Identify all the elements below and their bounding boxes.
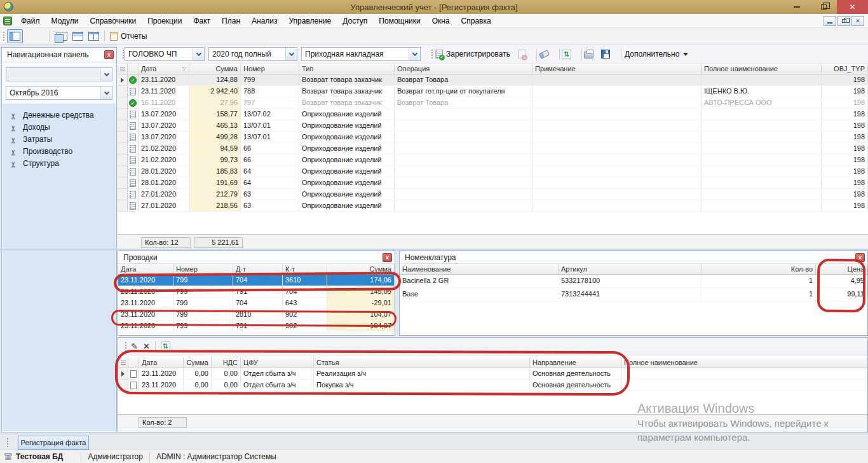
column-header[interactable]: Номер <box>241 64 299 74</box>
refresh-button[interactable] <box>159 340 172 354</box>
menu-item[interactable]: Модули <box>46 14 85 28</box>
chevron-down-icon[interactable] <box>193 48 204 60</box>
refresh-button[interactable] <box>562 47 571 61</box>
minimize-button[interactable] <box>783 0 810 14</box>
column-header[interactable]: Цена <box>816 264 867 274</box>
column-header[interactable]: Операция <box>395 64 532 74</box>
nav-period-combobox[interactable]: Октябрь 2016 <box>6 86 112 100</box>
column-header[interactable]: Полное наименование <box>621 357 867 368</box>
toolbar-grip[interactable] <box>6 437 8 448</box>
table-row[interactable]: 13.07.2020158,7713/07.02Оприходование из… <box>118 109 868 120</box>
column-header[interactable]: Дата <box>139 64 189 74</box>
table-row[interactable]: 28.01.2020191,6964Оприходование изделий1… <box>118 177 868 189</box>
table-row[interactable]: 23.11.2020799704643-29,01 <box>118 298 395 309</box>
nav-tree-item[interactable]: Денежные средства <box>3 109 116 121</box>
edit-button[interactable] <box>129 340 140 354</box>
save-button[interactable] <box>601 47 610 61</box>
menu-item[interactable]: Файл <box>15 14 46 28</box>
menu-item[interactable]: Доступ <box>337 14 373 28</box>
tile-horizontal-button[interactable] <box>71 29 85 43</box>
toolbar-grip[interactable] <box>121 48 124 60</box>
column-header[interactable]: Номер <box>173 264 233 274</box>
nav-tree-item[interactable]: Структура <box>3 157 116 169</box>
menu-item[interactable]: Справочники <box>85 14 142 28</box>
column-header[interactable]: Наименование <box>400 264 559 274</box>
table-row[interactable]: 23.11.20200,000,00Отдел сбыта з/чПокупка… <box>118 380 867 391</box>
table-row[interactable]: 21.02.202094,5966Оприходование изделий19… <box>118 143 868 155</box>
table-row[interactable]: Bacinella 2 GR533217810014,95 <box>400 275 867 288</box>
print-button[interactable] <box>584 47 593 61</box>
mdi-restore-button[interactable] <box>837 16 850 26</box>
reports-button[interactable]: Отчеты <box>108 29 149 43</box>
column-header[interactable]: Сумма <box>189 64 241 74</box>
delete-button[interactable] <box>141 340 152 354</box>
table-row[interactable]: 27.01.2020212,7963Оприходование изделий1… <box>118 189 868 200</box>
menu-item[interactable]: Помощники <box>373 14 426 28</box>
select-all-icon[interactable] <box>118 64 128 74</box>
column-header[interactable]: Д-т <box>233 264 283 274</box>
close-panel-button[interactable] <box>855 253 865 262</box>
table-row[interactable]: 23.11.20200,000,00Отдел сбыта з/чРеализа… <box>118 368 867 380</box>
document-icon[interactable] <box>3 17 12 25</box>
tile-vertical-button[interactable] <box>86 29 101 43</box>
tab-fact-registration[interactable]: Регистрация факта <box>18 436 89 450</box>
chevron-down-icon[interactable] <box>285 48 297 60</box>
menu-item[interactable]: Анализ <box>246 14 283 28</box>
column-header[interactable]: Артикул <box>559 264 702 274</box>
period-combobox[interactable]: 2020 год полный <box>208 47 297 61</box>
nav-top-combobox[interactable] <box>6 67 112 81</box>
doctype-combobox[interactable]: Приходная накладная <box>301 47 421 61</box>
table-row[interactable]: 13.07.2020499,2813/07.01Оприходование из… <box>118 132 868 143</box>
mdi-close-button[interactable] <box>851 16 864 26</box>
menu-item[interactable]: Управление <box>283 14 337 28</box>
table-row[interactable]: 21.02.202099,7366Оприходование изделий19… <box>118 155 868 166</box>
menu-item[interactable]: Окна <box>426 14 456 28</box>
column-header[interactable]: НДС <box>212 357 241 368</box>
organization-combobox[interactable]: ГОЛОВКО ЧП <box>125 47 205 61</box>
toolbar-grip[interactable] <box>2 31 4 42</box>
clear-button[interactable] <box>539 47 549 61</box>
close-panel-button[interactable] <box>383 253 392 262</box>
column-header[interactable]: OBJ_TYP <box>822 64 868 74</box>
column-header[interactable]: Сумма <box>327 264 395 274</box>
more-button[interactable]: Дополнительно <box>625 47 688 61</box>
table-row[interactable]: 13.07.2020465,1313/07.01Оприходование из… <box>118 120 868 132</box>
close-panel-button[interactable] <box>104 50 114 59</box>
menu-item[interactable]: Факт <box>187 14 216 28</box>
select-all-icon[interactable] <box>118 357 128 368</box>
menu-item[interactable]: Проекции <box>142 14 187 28</box>
mdi-minimize-button[interactable] <box>824 16 836 26</box>
menu-item[interactable]: План <box>216 14 246 28</box>
chevron-down-icon[interactable] <box>100 86 112 99</box>
chevron-down-icon[interactable] <box>409 48 420 60</box>
column-header[interactable]: Направление <box>530 357 621 368</box>
restore-button[interactable] <box>810 0 837 14</box>
table-row[interactable]: 23.11.2020799791704145,05 <box>118 286 395 298</box>
table-row[interactable]: 23.11.20202 942,40788Возврат товара зака… <box>118 86 868 97</box>
nav-tree-item[interactable]: Затраты <box>3 133 116 145</box>
column-header[interactable]: Дата <box>139 357 184 368</box>
toolbar-grip[interactable] <box>124 341 126 352</box>
table-row[interactable]: 27.01.2020218,5663Оприходование изделий1… <box>118 200 868 212</box>
menu-item[interactable]: Справка <box>456 14 497 28</box>
table-row[interactable]: 28.01.2020185,8364Оприходование изделий1… <box>118 166 868 177</box>
column-header[interactable]: Статья <box>314 357 530 368</box>
toolbar-grip[interactable] <box>430 48 433 60</box>
chevron-down-icon[interactable] <box>100 68 112 81</box>
toggle-nav-panel-button[interactable] <box>7 29 23 43</box>
table-row[interactable]: 23.11.20207992810902104,07 <box>118 309 395 321</box>
column-header[interactable]: Полное наименование <box>702 64 822 74</box>
nav-tree-item[interactable]: Доходы <box>3 121 116 133</box>
column-header[interactable]: Тип <box>299 64 395 74</box>
column-header[interactable]: К-т <box>283 264 327 274</box>
unregister-button[interactable] <box>518 47 526 61</box>
column-header[interactable]: Кол-во <box>702 264 816 274</box>
table-row[interactable]: 23.11.2020799791902-104,07 <box>118 321 395 332</box>
column-header[interactable]: Сумма <box>184 357 212 368</box>
table-row[interactable]: 16.11.202027,96797Возврат товара заказчи… <box>118 97 868 109</box>
table-row[interactable]: Base7313244441199,11 <box>400 288 867 301</box>
column-header[interactable]: Примечание <box>532 64 702 74</box>
table-row[interactable]: 23.11.20207997043610174,06 <box>118 275 395 286</box>
register-button[interactable]: Зарегистрировать <box>435 47 510 61</box>
cascade-windows-button[interactable] <box>53 29 69 43</box>
